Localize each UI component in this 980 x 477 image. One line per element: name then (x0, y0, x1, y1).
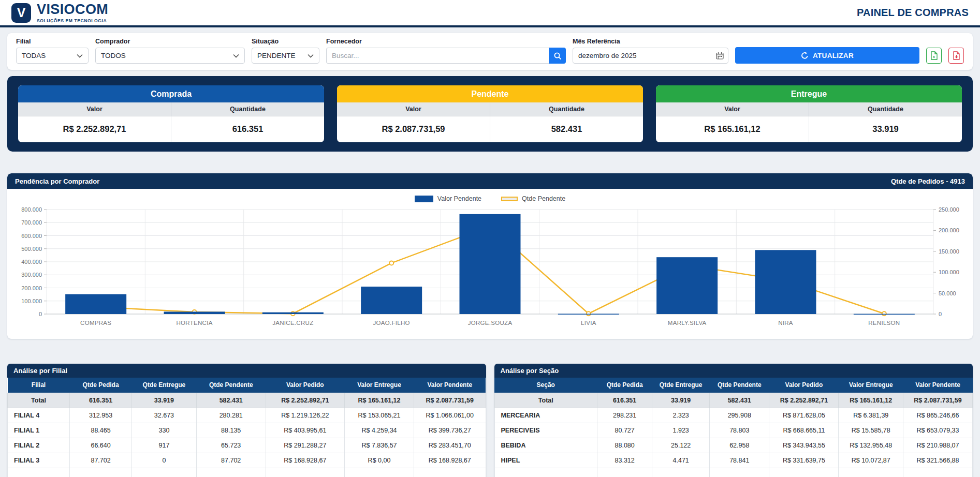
legend-item-qtde-pendente[interactable]: Qtde Pendente (501, 195, 565, 202)
partial-row (8, 468, 486, 477)
bar-HORTENCIA[interactable] (164, 311, 225, 314)
table-cell: 65.723 (196, 438, 266, 453)
search-button[interactable] (549, 48, 566, 64)
brand-name: VISIOCOM (37, 3, 108, 17)
table-header-row: SeçãoQtde PedidaQtde EntregueQtde Penden… (494, 378, 973, 393)
table-cell: 582.431 (710, 393, 769, 408)
table-cell: R$ 15.585,78 (839, 423, 903, 438)
right-axis-label: 0 (939, 311, 942, 317)
table-cell: R$ 165.161,12 (345, 393, 414, 408)
bar-JORGE.SOUZA[interactable] (460, 214, 521, 314)
logo-badge-icon: V (11, 3, 31, 23)
legend-item-valor-pendente[interactable]: Valor Pendente (415, 195, 481, 202)
table-cell: R$ 210.988,07 (903, 438, 973, 453)
table-cell: FILIAL 3 (8, 453, 70, 468)
category-label-COMPRAS: COMPRAS (80, 320, 111, 326)
kpi-entregue-title: Entregue (656, 85, 962, 102)
bar-MARLY.SILVA[interactable] (656, 257, 718, 314)
bar-series-swatch-icon (415, 196, 433, 202)
left-axis-label: 500.000 (21, 246, 42, 252)
export-excel-button[interactable]: x (926, 48, 942, 64)
table-cell (132, 468, 197, 477)
comprador-select-value: TODOS (101, 52, 126, 59)
kpi-valor-label: Valor (656, 102, 809, 116)
kpi-quantidade-label: Quantidade (490, 102, 643, 116)
filial-select-value: TODAS (22, 52, 46, 59)
table-cell: 87.702 (196, 453, 266, 468)
kpi-comprada-valor: R$ 2.252.892,71 (18, 116, 171, 142)
category-label-JANICE.CRUZ: JANICE.CRUZ (272, 320, 313, 326)
table-row: MERCEARIA298.2312.323295.908R$ 871.628,0… (494, 408, 973, 423)
table-cell (8, 468, 70, 477)
fornecedor-search-input[interactable] (326, 48, 549, 64)
table-title: Análise por Filial (7, 364, 486, 378)
calendar-icon[interactable] (716, 52, 724, 59)
mes-referencia-input[interactable] (573, 48, 728, 64)
table-cell: R$ 4.259,34 (345, 423, 414, 438)
left-axis-label: 0 (39, 311, 42, 317)
bar-JOAO.FILHO[interactable] (361, 287, 422, 314)
kpi-quantidade-label: Quantidade (809, 102, 962, 116)
situacao-select[interactable]: PENDENTE (252, 48, 319, 64)
table-cell: 25.122 (652, 438, 710, 453)
table-cell: 78.841 (710, 453, 769, 468)
line-point-RENILSON[interactable] (882, 311, 886, 316)
comprador-select[interactable]: TODOS (95, 48, 245, 64)
kpi-valor-label: Valor (337, 102, 490, 116)
bar-JANICE.CRUZ[interactable] (262, 312, 324, 314)
table-cell: 295.908 (710, 408, 769, 423)
chevron-down-icon (308, 54, 314, 58)
bar-RENILSON[interactable] (854, 314, 915, 315)
excel-file-icon: x (930, 51, 938, 60)
atualizar-label: ATUALIZAR (813, 52, 854, 59)
kpi-entregue-valor: R$ 165.161,12 (656, 116, 809, 142)
table-cell: 66.640 (70, 438, 132, 453)
table-cell: R$ 2.087.731,59 (414, 393, 486, 408)
filial-select[interactable]: TODAS (16, 48, 89, 64)
right-axis-label: 100.000 (939, 269, 959, 275)
table-cell: FILIAL 4 (8, 408, 70, 423)
table-cell: 62.958 (710, 438, 769, 453)
table-cell: BEBIDA (494, 438, 597, 453)
category-label-HORTENCIA: HORTENCIA (176, 320, 212, 326)
filter-bar: Filial TODAS Comprador TODOS Situação PE… (7, 33, 973, 70)
table-cell: R$ 1.219.126,22 (266, 408, 344, 423)
bar-LIVIA[interactable] (558, 314, 619, 315)
line-point-LIVIA[interactable] (587, 311, 591, 316)
table-cell: 2.323 (652, 408, 710, 423)
table-cell: 33.919 (132, 393, 197, 408)
left-axis-label: 300.000 (21, 272, 42, 278)
right-axis-label: 250.000 (939, 206, 959, 213)
export-pdf-button[interactable] (948, 48, 964, 64)
category-label-JOAO.FILHO: JOAO.FILHO (373, 320, 409, 326)
kpi-card-comprada: Comprada Valor Quantidade R$ 2.252.892,7… (18, 85, 324, 142)
kpi-pendente-title: Pendente (337, 85, 643, 102)
left-axis-label: 700.000 (21, 219, 42, 226)
kpi-card-entregue: Entregue Valor Quantidade R$ 165.161,12 … (656, 85, 962, 142)
total-row: Total616.35133.919582.431R$ 2.252.892,71… (8, 393, 486, 408)
app-header: V VISIOCOM SOLUÇÕES EM TECNOLOGIA PAINEL… (0, 0, 980, 27)
kpi-valor-label: Valor (18, 102, 171, 116)
table-cell: R$ 7.836,57 (345, 438, 414, 453)
table-cell: 78.803 (710, 423, 769, 438)
table-cell (414, 468, 486, 477)
bar-COMPRAS[interactable] (65, 294, 126, 314)
table-cell: 4.471 (652, 453, 710, 468)
table-cell: R$ 331.639,75 (769, 453, 839, 468)
table-row: FILIAL 4312.95332.673280.281R$ 1.219.126… (8, 408, 486, 423)
category-label-RENILSON: RENILSON (868, 320, 900, 326)
bar-NIRA[interactable] (755, 250, 816, 314)
table-cell: R$ 168.928,67 (414, 453, 486, 468)
table-cell: 616.351 (70, 393, 132, 408)
line-point-JOAO.FILHO[interactable] (389, 261, 393, 265)
table-cell: R$ 0,00 (345, 453, 414, 468)
combo-chart: 0100.000200.000300.000400.000500.000600.… (12, 204, 968, 337)
table-cell (196, 468, 266, 477)
table-cell: FILIAL 2 (8, 438, 70, 453)
table-cell: R$ 399.736,27 (414, 423, 486, 438)
table-cell: R$ 6.381,39 (839, 408, 903, 423)
table-cell: R$ 865.246,66 (903, 408, 973, 423)
atualizar-button[interactable]: ATUALIZAR (735, 47, 919, 64)
table-row: BEBIDA88.08025.12262.958R$ 343.943,55R$ … (494, 438, 973, 453)
left-axis-label: 800.000 (21, 206, 42, 213)
